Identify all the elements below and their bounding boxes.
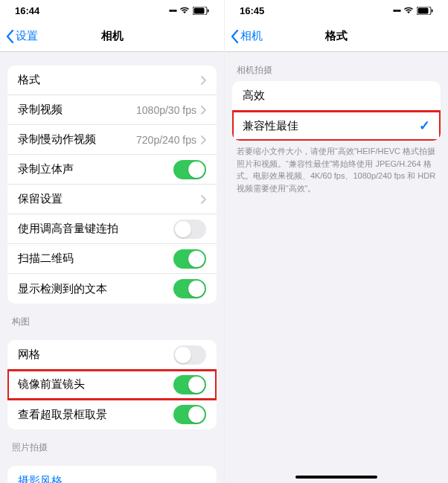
row-label: 格式: [18, 73, 196, 87]
section-header-capture: 相机拍摄: [225, 52, 448, 81]
svg-rect-2: [208, 9, 209, 12]
settings-group-main: 格式录制视频1080p/30 fps录制慢动作视频720p/240 fps录制立…: [7, 65, 217, 304]
row-label: 摄影风格: [18, 474, 206, 484]
toggle-switch[interactable]: [173, 249, 206, 269]
row-label: 显示检测到的文本: [18, 282, 173, 296]
row-detail: 1080p/30 fps: [136, 104, 196, 116]
toggle-switch[interactable]: [173, 345, 206, 365]
camera-settings-screen: 16:44 •••• 设置 相机 格式录制视频1080p/30 fps录制慢动作…: [0, 0, 224, 483]
row-label: 网格: [18, 348, 173, 362]
toggle-switch[interactable]: [173, 279, 206, 298]
cellular-icon: ••••: [169, 7, 176, 15]
settings-row[interactable]: 保留设置: [7, 185, 217, 214]
nav-bar: 设置 相机: [0, 21, 224, 52]
wifi-icon: [179, 7, 190, 14]
battery-icon: [417, 7, 433, 15]
status-bar: 16:45 ••••: [225, 0, 448, 21]
row-label: 录制慢动作视频: [18, 132, 136, 147]
settings-row[interactable]: 录制视频1080p/30 fps: [7, 95, 217, 125]
row-detail: 720p/240 fps: [136, 134, 196, 146]
toggle-switch[interactable]: [173, 405, 206, 424]
chevron-left-icon: [6, 30, 14, 43]
row-label: 高效: [243, 89, 430, 103]
battery-icon: [193, 7, 209, 15]
row-label: 录制立体声: [18, 162, 173, 176]
checkmark-icon: ✓: [419, 118, 430, 134]
toggle-switch[interactable]: [173, 220, 206, 239]
settings-group-composition: 网格镜像前置镜头查看超取景框取景: [7, 340, 217, 429]
back-button[interactable]: 相机: [225, 29, 263, 43]
settings-row[interactable]: 扫描二维码: [7, 244, 217, 274]
home-indicator[interactable]: [295, 476, 377, 479]
back-label: 设置: [16, 29, 38, 43]
status-indicators: ••••: [169, 7, 209, 15]
status-time: 16:45: [240, 5, 264, 16]
cellular-icon: ••••: [393, 7, 400, 15]
settings-row[interactable]: 摄影风格: [7, 466, 217, 483]
formats-screen: 16:45 •••• 相机 格式 相机拍摄 高效兼容性最佳✓ 若要缩小文件大小，…: [224, 0, 448, 483]
settings-row[interactable]: 查看超取景框取景: [7, 400, 217, 429]
row-label: 录制视频: [18, 103, 136, 117]
settings-row[interactable]: 录制慢动作视频720p/240 fps: [7, 125, 217, 155]
chevron-right-icon: [201, 195, 206, 204]
section-header-photo: 照片拍摄: [0, 429, 224, 458]
chevron-right-icon: [201, 135, 206, 144]
settings-row[interactable]: 录制立体声: [7, 155, 217, 185]
toggle-switch[interactable]: [173, 160, 206, 179]
settings-row[interactable]: 网格: [7, 340, 217, 370]
section-header-composition: 构图: [0, 304, 224, 333]
row-label: 兼容性最佳: [243, 119, 419, 133]
settings-row[interactable]: 显示检测到的文本: [7, 274, 217, 304]
settings-group-photo: 摄影风格: [7, 466, 217, 483]
back-label: 相机: [240, 29, 263, 43]
settings-row[interactable]: 兼容性最佳✓: [232, 111, 441, 141]
settings-content[interactable]: 格式录制视频1080p/30 fps录制慢动作视频720p/240 fps录制立…: [0, 52, 224, 483]
section-footer-formats: 若要缩小文件大小，请使用“高效”HEIF/HEVC 格式拍摄照片和视频。“兼容性…: [225, 141, 448, 197]
svg-rect-4: [418, 7, 429, 13]
settings-row[interactable]: 镜像前置镜头: [7, 370, 217, 400]
back-button[interactable]: 设置: [0, 29, 38, 43]
nav-bar: 相机 格式: [225, 21, 448, 52]
settings-row[interactable]: 格式: [7, 65, 217, 95]
svg-rect-1: [194, 7, 205, 13]
row-label: 查看超取景框取景: [18, 408, 173, 422]
settings-row[interactable]: 使用调高音量键连拍: [7, 214, 217, 244]
chevron-right-icon: [201, 76, 206, 85]
status-indicators: ••••: [393, 7, 433, 15]
svg-rect-5: [432, 9, 433, 12]
status-time: 16:44: [15, 5, 39, 16]
settings-row[interactable]: 高效: [232, 81, 441, 111]
formats-group: 高效兼容性最佳✓: [232, 81, 441, 141]
row-label: 镜像前置镜头: [18, 377, 173, 391]
row-label: 保留设置: [18, 192, 196, 206]
formats-content[interactable]: 相机拍摄 高效兼容性最佳✓ 若要缩小文件大小，请使用“高效”HEIF/HEVC …: [225, 52, 448, 483]
chevron-left-icon: [231, 30, 239, 43]
row-label: 使用调高音量键连拍: [18, 222, 173, 236]
row-label: 扫描二维码: [18, 252, 173, 266]
wifi-icon: [403, 7, 414, 14]
status-bar: 16:44 ••••: [0, 0, 224, 21]
chevron-right-icon: [201, 106, 206, 115]
toggle-switch[interactable]: [173, 375, 206, 394]
